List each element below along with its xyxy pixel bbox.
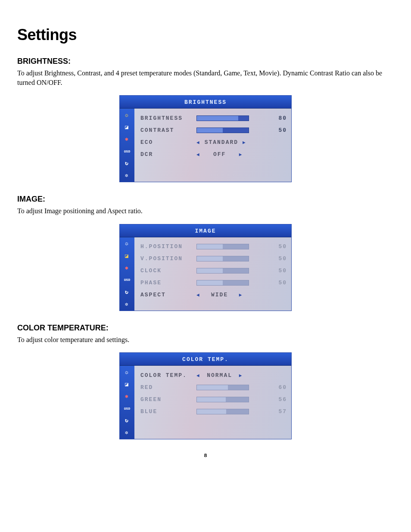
slider-bar bbox=[196, 268, 249, 274]
row-label: BRIGHTNESS bbox=[140, 115, 196, 121]
slider-fill bbox=[197, 268, 223, 273]
slider-fill bbox=[197, 128, 223, 133]
section-body-image: To adjust Image positioning and Aspect r… bbox=[17, 206, 394, 216]
osd-icon[interactable]: OSD bbox=[122, 404, 132, 413]
slider-bar[interactable] bbox=[196, 115, 249, 121]
slider-fill bbox=[197, 280, 223, 285]
row-label: ASPECT bbox=[140, 292, 196, 298]
slider-bar bbox=[196, 385, 249, 390]
row-value: 50 bbox=[272, 268, 287, 274]
section-heading-image: IMAGE: bbox=[17, 195, 394, 204]
osd-row-dcr[interactable]: DCR ◀ OFF ▶ bbox=[140, 148, 287, 160]
arrow-right-icon[interactable]: ▶ bbox=[243, 140, 246, 145]
arrow-right-icon[interactable]: ▶ bbox=[239, 373, 243, 378]
slider-bar bbox=[196, 244, 249, 249]
section-body-color: To adjust color temperature and settings… bbox=[17, 335, 394, 345]
selector[interactable]: ◀ NORMAL ▶ bbox=[196, 372, 243, 379]
osd-tab-icons: ☼ ◪ ✱ OSD ↻ ✲ bbox=[120, 237, 134, 311]
row-label: H.POSITION bbox=[140, 243, 196, 250]
osd-panel-color: COLOR TEMP. ☼ ◪ ✱ OSD ↻ ✲ COLOR TEMP. ◀ … bbox=[120, 353, 291, 439]
arrow-right-icon[interactable]: ▶ bbox=[239, 292, 243, 298]
misc-icon[interactable]: ✲ bbox=[122, 299, 132, 309]
row-label: BLUE bbox=[140, 408, 196, 415]
row-label: COLOR TEMP. bbox=[140, 372, 196, 379]
osd-tab-icons: ☼ ◪ ✱ OSD ↻ ✲ bbox=[120, 366, 134, 439]
selector[interactable]: ◀ OFF ▶ bbox=[196, 151, 243, 158]
section-heading-color: COLOR TEMPERATURE: bbox=[17, 324, 394, 333]
section-body-brightness: To adjust Brightness, Contrast, and 4 pr… bbox=[17, 68, 394, 87]
color-icon[interactable]: ✱ bbox=[122, 134, 132, 144]
row-value: 50 bbox=[272, 280, 287, 286]
osd-row-blue: BLUE 57 bbox=[140, 405, 287, 417]
misc-icon[interactable]: ✲ bbox=[122, 428, 132, 437]
slider-fill bbox=[197, 116, 238, 121]
slider-bar bbox=[196, 397, 249, 402]
sun-icon[interactable]: ☼ bbox=[122, 367, 132, 377]
picture-icon[interactable]: ◪ bbox=[122, 251, 132, 261]
osd-row-hposition: H.POSITION 50 bbox=[140, 241, 287, 253]
selector[interactable]: ◀ STANDARD ▶ bbox=[196, 139, 246, 146]
row-label: ECO bbox=[140, 139, 196, 146]
osd-panel-image: IMAGE ☼ ◪ ✱ OSD ↻ ✲ H.POSITION 50 V.POSI… bbox=[120, 224, 291, 311]
row-value: 80 bbox=[272, 115, 287, 121]
color-icon[interactable]: ✱ bbox=[122, 392, 132, 401]
slider-fill bbox=[197, 409, 226, 414]
reset-icon[interactable]: ↻ bbox=[122, 159, 132, 168]
osd-icon[interactable]: OSD bbox=[122, 146, 132, 156]
slider-fill bbox=[197, 256, 223, 261]
osd-tab-icons: ☼ ◪ ✱ OSD ↻ ✲ bbox=[120, 109, 134, 182]
row-value: 50 bbox=[272, 243, 287, 250]
page-number: 8 bbox=[17, 452, 394, 459]
picture-icon[interactable]: ◪ bbox=[122, 380, 132, 389]
reset-icon[interactable]: ↻ bbox=[122, 416, 132, 425]
row-label: DCR bbox=[140, 151, 196, 158]
slider-bar bbox=[196, 409, 249, 414]
osd-row-clock: CLOCK 50 bbox=[140, 265, 287, 277]
osd-row-vposition: V.POSITION 50 bbox=[140, 253, 287, 265]
row-value: 50 bbox=[272, 127, 287, 134]
selector-value: STANDARD bbox=[205, 139, 238, 146]
osd-title: IMAGE bbox=[120, 224, 291, 237]
row-label: CLOCK bbox=[140, 268, 196, 274]
row-value: 57 bbox=[272, 408, 287, 415]
arrow-left-icon[interactable]: ◀ bbox=[196, 140, 200, 145]
osd-row-red: RED 60 bbox=[140, 381, 287, 393]
row-value: 56 bbox=[272, 396, 287, 403]
picture-icon[interactable]: ◪ bbox=[122, 122, 132, 132]
osd-row-aspect[interactable]: ASPECT ◀ WIDE ▶ bbox=[140, 289, 287, 301]
selector-value: OFF bbox=[205, 151, 235, 158]
section-heading-brightness: BRIGHTNESS: bbox=[17, 57, 394, 66]
osd-panel-brightness: BRIGHTNESS ☼ ◪ ✱ OSD ↻ ✲ BRIGHTNESS 80 C… bbox=[120, 96, 291, 182]
osd-row-brightness[interactable]: BRIGHTNESS 80 bbox=[140, 112, 287, 124]
osd-icon[interactable]: OSD bbox=[122, 275, 132, 285]
misc-icon[interactable]: ✲ bbox=[122, 171, 132, 180]
row-label: RED bbox=[140, 384, 196, 391]
slider-fill bbox=[197, 397, 226, 402]
osd-row-green: GREEN 56 bbox=[140, 393, 287, 405]
row-label: CONTRAST bbox=[140, 127, 196, 134]
osd-row-colortemp[interactable]: COLOR TEMP. ◀ NORMAL ▶ bbox=[140, 369, 287, 381]
row-label: V.POSITION bbox=[140, 255, 196, 262]
arrow-right-icon[interactable]: ▶ bbox=[239, 152, 243, 157]
color-icon[interactable]: ✱ bbox=[122, 263, 132, 273]
slider-bar bbox=[196, 280, 249, 286]
row-label: PHASE bbox=[140, 280, 196, 286]
slider-bar[interactable] bbox=[196, 128, 249, 133]
reset-icon[interactable]: ↻ bbox=[122, 287, 132, 297]
selector[interactable]: ◀ WIDE ▶ bbox=[196, 292, 243, 298]
arrow-left-icon[interactable]: ◀ bbox=[196, 292, 200, 298]
slider-fill bbox=[197, 244, 223, 249]
row-label: GREEN bbox=[140, 396, 196, 403]
arrow-left-icon[interactable]: ◀ bbox=[196, 373, 200, 378]
osd-row-phase: PHASE 50 bbox=[140, 277, 287, 289]
row-value: 50 bbox=[272, 255, 287, 262]
osd-title: COLOR TEMP. bbox=[120, 353, 291, 366]
osd-row-eco[interactable]: ECO ◀ STANDARD ▶ bbox=[140, 136, 287, 148]
slider-bar bbox=[196, 256, 249, 261]
arrow-left-icon[interactable]: ◀ bbox=[196, 152, 200, 157]
selector-value: WIDE bbox=[205, 292, 235, 298]
sun-icon[interactable]: ☼ bbox=[122, 239, 132, 249]
sun-icon[interactable]: ☼ bbox=[122, 110, 132, 120]
osd-row-contrast[interactable]: CONTRAST 50 bbox=[140, 124, 287, 136]
row-value: 60 bbox=[272, 384, 287, 391]
